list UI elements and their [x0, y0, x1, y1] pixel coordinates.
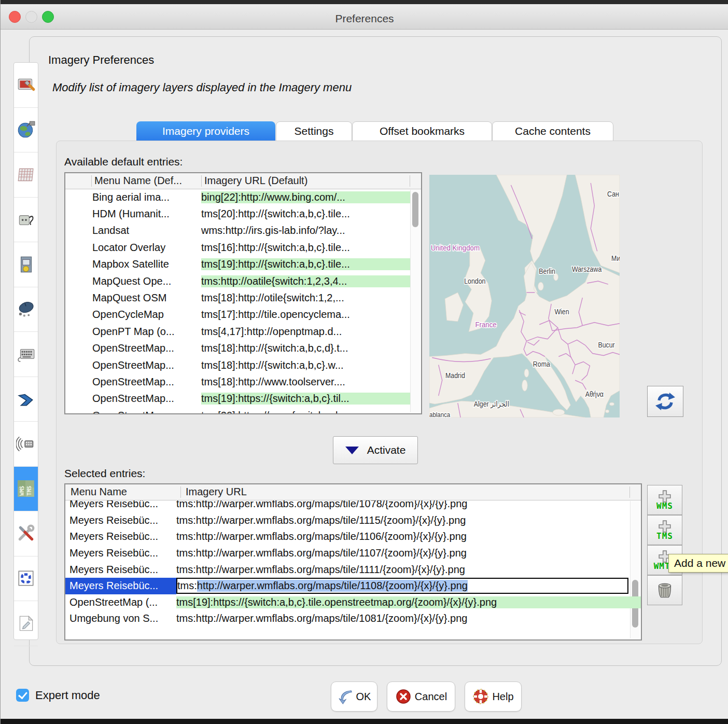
column-imagery-url[interactable]: Imagery URL (Default) — [204, 175, 307, 187]
trash-icon — [654, 579, 675, 601]
activate-button[interactable]: Activate — [333, 436, 418, 464]
arrow-icon — [16, 389, 36, 409]
available-entries-table[interactable]: Menu Name (Def... Imagery URL (Default) … — [64, 172, 422, 414]
socket-icon — [16, 210, 36, 229]
down-triangle-icon — [345, 447, 359, 454]
tooltip: Add a new — [668, 554, 728, 573]
activate-label: Activate — [367, 444, 406, 456]
tab-cache-contents[interactable]: Cache contents — [492, 121, 613, 141]
table-row[interactable]: OpenPT Map (o...tms[4,17]:http://openptm… — [65, 323, 421, 340]
add-wms-button[interactable]: WMS — [647, 485, 682, 515]
table-row[interactable]: Bing aerial ima...bing[22]:http://www.bi… — [65, 189, 421, 205]
selected-table-header[interactable]: Menu Name Imagery URL — [65, 484, 641, 500]
map-label-warszawa: Warszawa — [572, 266, 602, 274]
table-row[interactable]: Umgebung von S...tms:http://warper.wmfla… — [65, 610, 641, 627]
map-label-alger: Alger الجزائر — [474, 400, 509, 409]
window-top-edge — [1, 0, 728, 4]
imagery-map-preview[interactable]: United Kingdom France London Berlin Wars… — [429, 175, 620, 417]
refresh-icon — [654, 392, 676, 411]
table-row[interactable]: OpenStreetMap...tms[19]:https://{switch:… — [65, 391, 421, 407]
map-label-san: Сан — [607, 190, 619, 198]
sidebar-item-presets[interactable] — [14, 601, 38, 646]
column-menu-name[interactable]: Menu Name (Def... — [94, 175, 182, 187]
sidebar-item-keyboard[interactable] — [14, 332, 38, 377]
table-row[interactable]: Meyers Reisebüc...tms:http://warper.wmfl… — [65, 561, 641, 578]
sidebar-item-toolbar[interactable] — [14, 242, 38, 287]
sidebar-item-projection[interactable] — [14, 152, 38, 198]
document-icon — [16, 614, 36, 633]
available-table-header[interactable]: Menu Name (Def... Imagery URL (Default) — [65, 173, 421, 189]
tab-settings[interactable]: Settings — [276, 121, 352, 141]
help-label: Help — [492, 691, 513, 703]
selected-entries-table[interactable]: Meyers Reisebüc...tms:http://warper.wmfl… — [64, 483, 642, 641]
tms-label: TMS — [656, 532, 673, 540]
europe-map: United Kingdom France London Berlin Wars… — [429, 175, 620, 417]
map-label-wien: Wien — [554, 308, 569, 316]
table-row[interactable]: OpenStreetMap...tms[18]:http://www.tools… — [65, 373, 421, 390]
table-row[interactable]: Locator Overlaytms[16]:http://{switch:a,… — [65, 239, 421, 256]
title-bar[interactable]: Preferences — [1, 4, 728, 30]
cancel-icon — [395, 688, 412, 705]
sidebar-item-display[interactable] — [14, 63, 38, 108]
tools-icon — [16, 524, 36, 544]
tab-offset-bookmarks[interactable]: Offset bookmarks — [352, 121, 492, 141]
sidebar-item-map-view[interactable] — [14, 556, 38, 602]
table-row[interactable]: Meyers Reisebüc...tms:http://warper.wmfl… — [65, 545, 641, 562]
table-row[interactable]: OpenStreetMap...tms[18]:http://{switch:a… — [65, 357, 421, 373]
window-bottom-edge — [1, 719, 728, 724]
table-row[interactable]: OpenCycleMaptms[17]:http://tile.opencycl… — [65, 307, 421, 323]
add-tms-button[interactable]: TMS — [647, 515, 682, 545]
display-settings-icon — [16, 75, 36, 95]
selected-entries-label: Selected entries: — [64, 467, 145, 480]
sidebar-item-plugins[interactable] — [14, 511, 38, 556]
globe-icon — [16, 120, 36, 140]
table-row[interactable]: HDM (Humanit...tms[20]:http://{switch:a,… — [65, 205, 421, 222]
page-subtitle: Modify list of imagery layers displayed … — [52, 81, 352, 94]
column-imagery-url[interactable]: Imagery URL — [186, 486, 247, 498]
table-row[interactable]: Landsatwms:http://irs.gis-lab.info/?lay.… — [65, 222, 421, 239]
expert-mode-label: Expert mode — [35, 689, 100, 702]
delete-entry-button[interactable] — [647, 575, 682, 605]
available-table-scrollbar[interactable] — [410, 190, 420, 412]
sidebar-item-connection[interactable] — [14, 108, 38, 153]
svg-text:WMS: WMS — [19, 486, 25, 496]
table-row[interactable]: Mapbox Satellitetms[19]:http://{switch:a… — [65, 256, 421, 273]
help-button[interactable]: Help — [465, 681, 522, 712]
table-row[interactable]: OpenStreetMap...tms[20]:https://gps. {sw… — [65, 407, 421, 414]
ok-label: OK — [356, 691, 371, 703]
column-menu-name[interactable]: Menu Name — [71, 486, 127, 498]
map-label-bucur: Bucur — [598, 341, 615, 349]
ok-icon — [338, 688, 353, 705]
sidebar-item-mouse[interactable] — [14, 287, 38, 332]
table-row[interactable]: OpenStreetMap (...tms[19]:https://{switc… — [65, 594, 641, 611]
sidebar-item-remote-control[interactable] — [14, 422, 38, 467]
window-title: Preferences — [1, 12, 728, 25]
table-row-selected[interactable]: Meyers Reisebüc... tms:http://warper.wmf… — [65, 578, 641, 594]
selection-icon — [16, 568, 36, 588]
table-row[interactable]: Meyers Reisebüc...tms:http://warper.wmfl… — [65, 512, 641, 529]
map-label-blanca: ablanca — [429, 411, 450, 417]
sidebar-item-imagery[interactable]: WMS TMS — [14, 467, 38, 512]
available-entries-label: Available default entries: — [64, 156, 183, 168]
preferences-sidebar: WMS TMS — [13, 62, 38, 640]
expert-mode-checkbox[interactable] — [16, 689, 29, 702]
refresh-preview-button[interactable] — [647, 386, 683, 417]
table-row[interactable]: MapQuest Ope...tms:http://oatile{switch:… — [65, 273, 421, 289]
map-label-athens: Αθήνα — [585, 390, 604, 398]
url-edit-field[interactable]: tms:http://warper.wmflabs.org/maps/tile/… — [176, 578, 628, 594]
keyboard-icon — [16, 344, 36, 364]
map-label-minsk: Ми — [611, 255, 620, 263]
sidebar-item-shortcuts[interactable] — [14, 377, 38, 422]
map-label-london: London — [464, 277, 485, 285]
tab-imagery-providers[interactable]: Imagery providers — [136, 121, 275, 141]
table-row[interactable]: OpenStreetMap...tms[18]:http://{switch:a… — [65, 340, 421, 357]
page-title: Imagery Preferences — [48, 53, 154, 67]
ok-button[interactable]: OK — [331, 681, 377, 712]
svg-text:TMS: TMS — [26, 486, 32, 496]
table-row[interactable]: Meyers Reisebüc...tms:http://warper.wmfl… — [65, 528, 641, 545]
cancel-button[interactable]: Cancel — [387, 681, 455, 712]
table-row[interactable]: MapQuest OSMtms[18]:http://otile{switch:… — [65, 289, 421, 306]
sidebar-item-connection-settings[interactable] — [14, 198, 38, 243]
url-edit-prefix: tms: — [177, 580, 197, 592]
scrollbar-thumb[interactable] — [412, 192, 418, 227]
